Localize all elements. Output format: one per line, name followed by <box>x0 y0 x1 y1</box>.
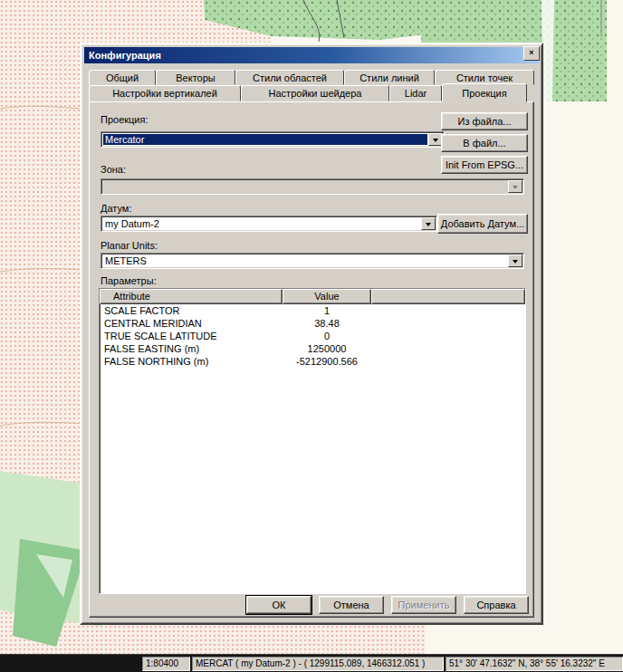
parameters-table: Attribute Value SCALE FACTOR 1 CENTRAL M… <box>99 288 526 594</box>
tab-label: Настройки вертикалей <box>112 88 217 99</box>
button-label: Справка <box>476 600 515 610</box>
tab-lidar[interactable]: Lidar <box>389 85 442 101</box>
status-projection-info: MERCAT ( my Datum-2 ) - ( 1299115.089, 1… <box>192 657 444 671</box>
tab-label: Стили линий <box>359 72 419 83</box>
tab-label: Проекция <box>462 88 506 99</box>
zone-select-value <box>103 181 507 192</box>
attribute-cell: TRUE SCALE LATITUDE <box>100 330 283 342</box>
tab-label: Общий <box>106 72 139 83</box>
attribute-cell: CENTRAL MERIDIAN <box>100 317 283 330</box>
chevron-down-icon[interactable] <box>421 217 436 230</box>
planar-units-select-value: METERS <box>103 255 507 266</box>
datum-select-value: my Datum-2 <box>103 218 420 229</box>
init-from-epsg-button[interactable]: Init From EPSG... <box>441 156 528 174</box>
app-screen: Конфигурация × Общий Векторы Стили облас… <box>0 0 623 672</box>
table-row[interactable]: FALSE EASTING (m) 1250000 <box>100 342 525 355</box>
dialog-titlebar[interactable]: Конфигурация <box>84 47 539 63</box>
table-row[interactable]: TRUE SCALE LATITUDE 0 <box>100 330 525 342</box>
tab-label: Lidar <box>405 88 427 99</box>
projection-label: Проекция: <box>101 114 149 125</box>
tab-general[interactable]: Общий <box>89 70 156 85</box>
tab-label: Настройки шейдера <box>269 88 362 99</box>
status-bar: 1:80400 MERCAT ( my Datum-2 ) - ( 129911… <box>0 654 623 672</box>
button-label: Добавить Датум... <box>441 218 524 229</box>
projection-tab-panel: Проекция: Mercator Из файла... В файл...… <box>89 101 534 618</box>
tab-label: Векторы <box>176 72 215 83</box>
cancel-button[interactable]: Отмена <box>319 596 384 614</box>
ok-button[interactable]: ОК <box>246 596 312 614</box>
value-cell: 38.48 <box>283 317 371 330</box>
button-label: ОК <box>273 600 286 610</box>
status-coordinates: 51° 30' 47.1632" N, 38° 55' 16.3232" E <box>446 657 623 671</box>
button-label: Из файла... <box>457 116 511 127</box>
table-row[interactable]: SCALE FACTOR 1 <box>100 304 525 317</box>
column-header-attribute[interactable]: Attribute <box>100 289 283 304</box>
value-cell: 0 <box>283 330 371 342</box>
zone-select <box>101 178 524 195</box>
planar-units-label: Planar Units: <box>101 240 158 251</box>
button-label: Применить <box>398 600 450 610</box>
attribute-cell: FALSE EASTING (m) <box>100 342 283 355</box>
table-row[interactable]: FALSE NORTHING (m) -5212900.566 <box>100 355 525 368</box>
attribute-cell: FALSE NORTHING (m) <box>100 355 283 368</box>
planar-units-select[interactable]: METERS <box>101 253 524 269</box>
close-icon[interactable]: × <box>523 46 540 61</box>
status-scale: 1:80400 <box>142 657 190 671</box>
dialog-title: Конфигурация <box>89 50 161 61</box>
chevron-down-icon <box>508 180 522 193</box>
parameters-table-header: Attribute Value <box>100 289 525 304</box>
from-file-button[interactable]: Из файла... <box>441 112 528 130</box>
datum-select[interactable]: my Datum-2 <box>101 216 437 232</box>
tab-area-styles[interactable]: Стили областей <box>235 70 344 85</box>
help-button[interactable]: Справка <box>464 596 529 614</box>
chevron-down-icon[interactable] <box>508 254 522 267</box>
parameters-label: Параметры: <box>101 275 157 286</box>
tab-vectors[interactable]: Векторы <box>156 70 235 85</box>
projection-select-value: Mercator <box>103 134 427 145</box>
tab-line-styles[interactable]: Стили линий <box>344 70 435 85</box>
dialog-buttons: ОК Отмена Применить Справка <box>246 596 529 614</box>
column-header-value[interactable]: Value <box>283 289 371 304</box>
tab-strip: Общий Векторы Стили областей Стили линий… <box>89 70 534 102</box>
attribute-cell: SCALE FACTOR <box>100 304 283 317</box>
add-datum-button[interactable]: Добавить Датум... <box>437 214 528 234</box>
table-row[interactable]: CENTRAL MERIDIAN 38.48 <box>100 317 525 330</box>
value-cell: 1250000 <box>283 342 371 355</box>
zone-label: Зона: <box>101 164 126 175</box>
value-cell: 1 <box>283 304 371 317</box>
to-file-button[interactable]: В файл... <box>441 134 528 152</box>
value-cell: -5212900.566 <box>283 355 371 368</box>
tab-shader-settings[interactable]: Настройки шейдера <box>241 85 389 101</box>
column-header-filler <box>371 289 525 304</box>
tab-projection[interactable]: Проекция <box>442 83 527 102</box>
configuration-dialog: Конфигурация × Общий Векторы Стили облас… <box>80 43 543 625</box>
tab-label: Стили областей <box>253 72 327 83</box>
tab-label: Стили точек <box>456 72 513 83</box>
button-label: Init From EPSG... <box>446 159 523 170</box>
projection-select[interactable]: Mercator <box>101 131 445 148</box>
tab-vertical-settings[interactable]: Настройки вертикалей <box>89 85 241 101</box>
apply-button: Применить <box>391 596 456 614</box>
button-label: В файл... <box>463 138 505 149</box>
datum-label: Датум: <box>101 203 131 214</box>
button-label: Отмена <box>333 600 369 610</box>
